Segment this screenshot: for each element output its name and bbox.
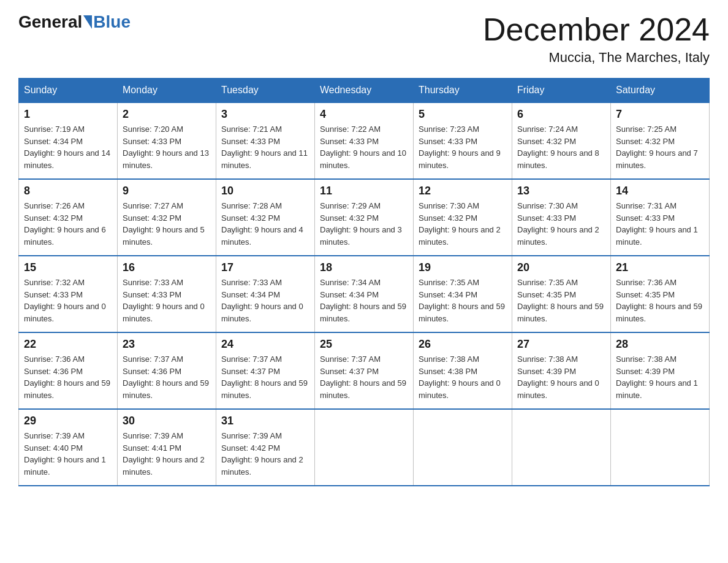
day-info: Sunrise: 7:37 AMSunset: 4:36 PMDaylight:… (123, 353, 211, 401)
day-number: 19 (419, 261, 507, 274)
day-info: Sunrise: 7:37 AMSunset: 4:37 PMDaylight:… (221, 353, 309, 401)
day-number: 26 (419, 338, 507, 351)
day-number: 24 (221, 338, 309, 351)
day-info: Sunrise: 7:20 AMSunset: 4:33 PMDaylight:… (123, 123, 211, 171)
day-number: 10 (221, 185, 309, 197)
calendar-cell: 7Sunrise: 7:25 AMSunset: 4:32 PMDaylight… (611, 102, 710, 179)
day-info: Sunrise: 7:30 AMSunset: 4:33 PMDaylight:… (517, 200, 605, 248)
day-info: Sunrise: 7:34 AMSunset: 4:34 PMDaylight:… (320, 277, 408, 324)
location-title: Muccia, The Marches, Italy (483, 50, 710, 66)
day-number: 11 (320, 185, 408, 197)
day-number: 20 (517, 261, 605, 274)
day-number: 13 (517, 185, 605, 197)
calendar-table: SundayMondayTuesdayWednesdayThursdayFrid… (18, 78, 710, 486)
day-number: 7 (616, 108, 704, 121)
day-number: 2 (123, 108, 211, 121)
calendar-cell (611, 409, 710, 486)
day-info: Sunrise: 7:21 AMSunset: 4:33 PMDaylight:… (221, 123, 309, 171)
calendar-week-row: 8Sunrise: 7:26 AMSunset: 4:32 PMDaylight… (19, 179, 710, 256)
calendar-cell: 13Sunrise: 7:30 AMSunset: 4:33 PMDayligh… (512, 179, 611, 256)
logo: General Blue (18, 12, 131, 32)
day-info: Sunrise: 7:33 AMSunset: 4:33 PMDaylight:… (123, 277, 211, 324)
calendar-body: 1Sunrise: 7:19 AMSunset: 4:34 PMDaylight… (19, 102, 710, 486)
day-number: 9 (123, 185, 211, 197)
calendar-cell: 23Sunrise: 7:37 AMSunset: 4:36 PMDayligh… (118, 332, 216, 409)
weekday-header-row: SundayMondayTuesdayWednesdayThursdayFrid… (19, 79, 710, 103)
weekday-header-monday: Monday (118, 79, 216, 103)
calendar-cell: 2Sunrise: 7:20 AMSunset: 4:33 PMDaylight… (118, 102, 216, 179)
page-header: General Blue December 2024 Muccia, The M… (18, 12, 710, 66)
calendar-cell: 24Sunrise: 7:37 AMSunset: 4:37 PMDayligh… (216, 332, 315, 409)
day-info: Sunrise: 7:19 AMSunset: 4:34 PMDaylight:… (24, 123, 112, 171)
day-info: Sunrise: 7:38 AMSunset: 4:39 PMDaylight:… (616, 353, 704, 401)
day-info: Sunrise: 7:24 AMSunset: 4:32 PMDaylight:… (517, 123, 605, 171)
day-info: Sunrise: 7:35 AMSunset: 4:34 PMDaylight:… (419, 277, 507, 324)
day-info: Sunrise: 7:30 AMSunset: 4:32 PMDaylight:… (419, 200, 507, 248)
day-info: Sunrise: 7:31 AMSunset: 4:33 PMDaylight:… (616, 200, 704, 248)
calendar-cell: 10Sunrise: 7:28 AMSunset: 4:32 PMDayligh… (216, 179, 315, 256)
calendar-cell: 25Sunrise: 7:37 AMSunset: 4:37 PMDayligh… (315, 332, 414, 409)
day-info: Sunrise: 7:37 AMSunset: 4:37 PMDaylight:… (320, 353, 408, 401)
calendar-week-row: 29Sunrise: 7:39 AMSunset: 4:40 PMDayligh… (19, 409, 710, 486)
calendar-cell: 3Sunrise: 7:21 AMSunset: 4:33 PMDaylight… (216, 102, 315, 179)
weekday-header-thursday: Thursday (414, 79, 512, 103)
calendar-cell: 9Sunrise: 7:27 AMSunset: 4:32 PMDaylight… (118, 179, 216, 256)
day-info: Sunrise: 7:32 AMSunset: 4:33 PMDaylight:… (24, 277, 112, 324)
day-number: 6 (517, 108, 605, 121)
day-number: 25 (320, 338, 408, 351)
day-info: Sunrise: 7:35 AMSunset: 4:35 PMDaylight:… (517, 277, 605, 324)
title-area: December 2024 Muccia, The Marches, Italy (483, 12, 710, 66)
calendar-cell: 27Sunrise: 7:38 AMSunset: 4:39 PMDayligh… (512, 332, 611, 409)
day-info: Sunrise: 7:38 AMSunset: 4:39 PMDaylight:… (517, 353, 605, 401)
calendar-cell: 12Sunrise: 7:30 AMSunset: 4:32 PMDayligh… (414, 179, 512, 256)
calendar-week-row: 22Sunrise: 7:36 AMSunset: 4:36 PMDayligh… (19, 332, 710, 409)
weekday-header-wednesday: Wednesday (315, 79, 414, 103)
day-number: 27 (517, 338, 605, 351)
day-info: Sunrise: 7:29 AMSunset: 4:32 PMDaylight:… (320, 200, 408, 248)
logo-area: General Blue (18, 12, 131, 32)
calendar-cell (414, 409, 512, 486)
calendar-cell: 26Sunrise: 7:38 AMSunset: 4:38 PMDayligh… (414, 332, 512, 409)
calendar-cell: 8Sunrise: 7:26 AMSunset: 4:32 PMDaylight… (19, 179, 118, 256)
day-info: Sunrise: 7:36 AMSunset: 4:36 PMDaylight:… (24, 353, 112, 401)
calendar-cell: 6Sunrise: 7:24 AMSunset: 4:32 PMDaylight… (512, 102, 611, 179)
calendar-cell: 21Sunrise: 7:36 AMSunset: 4:35 PMDayligh… (611, 256, 710, 332)
day-number: 21 (616, 261, 704, 274)
calendar-cell: 15Sunrise: 7:32 AMSunset: 4:33 PMDayligh… (19, 256, 118, 332)
day-number: 8 (24, 185, 112, 197)
day-info: Sunrise: 7:39 AMSunset: 4:41 PMDaylight:… (123, 430, 211, 478)
calendar-cell: 19Sunrise: 7:35 AMSunset: 4:34 PMDayligh… (414, 256, 512, 332)
calendar-cell: 29Sunrise: 7:39 AMSunset: 4:40 PMDayligh… (19, 409, 118, 486)
day-number: 18 (320, 261, 408, 274)
day-number: 1 (24, 108, 112, 121)
weekday-header-friday: Friday (512, 79, 611, 103)
day-number: 14 (616, 185, 704, 197)
day-info: Sunrise: 7:39 AMSunset: 4:40 PMDaylight:… (24, 430, 112, 478)
day-number: 23 (123, 338, 211, 351)
day-number: 30 (123, 415, 211, 427)
weekday-header-saturday: Saturday (611, 79, 710, 103)
day-number: 22 (24, 338, 112, 351)
day-number: 28 (616, 338, 704, 351)
calendar-cell: 18Sunrise: 7:34 AMSunset: 4:34 PMDayligh… (315, 256, 414, 332)
logo-blue-text: Blue (93, 12, 131, 32)
calendar-cell: 1Sunrise: 7:19 AMSunset: 4:34 PMDaylight… (19, 102, 118, 179)
day-info: Sunrise: 7:36 AMSunset: 4:35 PMDaylight:… (616, 277, 704, 324)
month-title: December 2024 (483, 12, 710, 47)
calendar-cell: 30Sunrise: 7:39 AMSunset: 4:41 PMDayligh… (118, 409, 216, 486)
calendar-cell: 20Sunrise: 7:35 AMSunset: 4:35 PMDayligh… (512, 256, 611, 332)
day-info: Sunrise: 7:39 AMSunset: 4:42 PMDaylight:… (221, 430, 309, 478)
day-number: 3 (221, 108, 309, 121)
calendar-cell: 11Sunrise: 7:29 AMSunset: 4:32 PMDayligh… (315, 179, 414, 256)
calendar-cell (512, 409, 611, 486)
weekday-header-tuesday: Tuesday (216, 79, 315, 103)
calendar-cell: 22Sunrise: 7:36 AMSunset: 4:36 PMDayligh… (19, 332, 118, 409)
day-info: Sunrise: 7:38 AMSunset: 4:38 PMDaylight:… (419, 353, 507, 401)
day-info: Sunrise: 7:23 AMSunset: 4:33 PMDaylight:… (419, 123, 507, 171)
day-number: 12 (419, 185, 507, 197)
calendar-cell (315, 409, 414, 486)
day-info: Sunrise: 7:25 AMSunset: 4:32 PMDaylight:… (616, 123, 704, 171)
calendar-cell: 17Sunrise: 7:33 AMSunset: 4:34 PMDayligh… (216, 256, 315, 332)
logo-triangle-icon (83, 15, 92, 29)
day-info: Sunrise: 7:26 AMSunset: 4:32 PMDaylight:… (24, 200, 112, 248)
